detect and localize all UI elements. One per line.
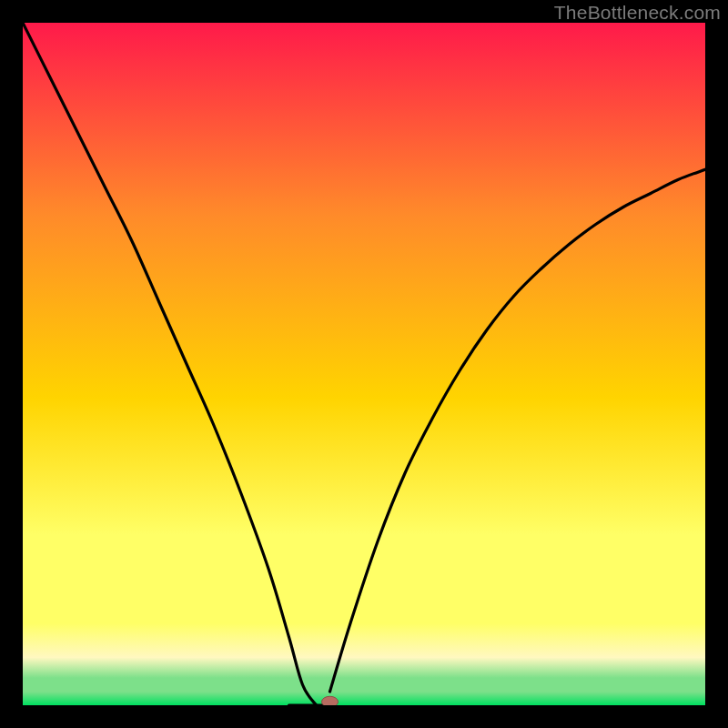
gradient-background [23,23,705,705]
watermark-text: TheBottleneck.com [554,2,721,24]
plot-area [23,23,705,705]
chart-container: { "watermark": "TheBottleneck.com", "col… [0,0,728,728]
min-marker [322,696,339,705]
chart-svg [23,23,705,705]
